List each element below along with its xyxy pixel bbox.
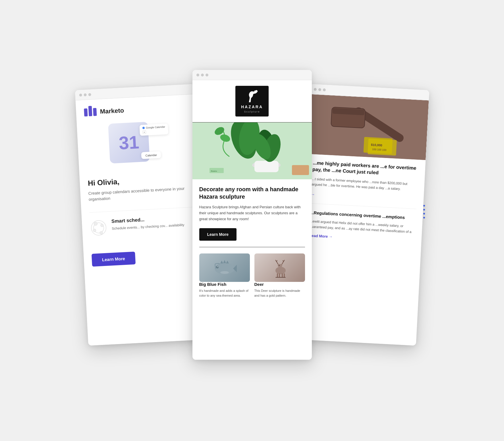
news-hero-image: $10,000 100 100 100 xyxy=(306,94,428,160)
close-dot xyxy=(196,74,199,76)
hazara-body: Decorate any room with a handmade Hazara… xyxy=(192,179,312,304)
dot xyxy=(423,217,425,219)
expand-dot xyxy=(206,74,208,76)
close-dot xyxy=(314,88,317,91)
read-more-label: Read More → xyxy=(309,233,333,239)
gavel-illustration: $10,000 100 100 100 xyxy=(306,94,428,160)
news-email-content: $10,000 100 100 100 ...me highly paid wo… xyxy=(296,94,429,346)
dot xyxy=(423,205,425,207)
window-controls xyxy=(79,93,91,96)
svg-point-5 xyxy=(99,231,103,234)
hazara-window: HAZARA Sculpture xyxy=(192,70,312,360)
svg-rect-39 xyxy=(368,139,397,156)
deer-sculpture-icon xyxy=(267,258,293,278)
svg-point-4 xyxy=(93,229,96,232)
minimize-dot xyxy=(201,74,204,76)
calendar-date: 31 xyxy=(118,132,140,154)
marketo-email-content: Marketo 31 Google Calendar xyxy=(75,94,208,346)
news-article-1-excerpt: ...t sided with a former employee who ..… xyxy=(311,176,417,193)
marketo-greeting: Hi Olivia, xyxy=(88,174,191,188)
fish-sculpture-icon xyxy=(212,258,237,278)
hazara-brand-name: HAZARA xyxy=(241,105,263,109)
window-controls xyxy=(314,88,325,91)
calendar-illustration: 31 Google Calendar + Cale xyxy=(85,120,190,170)
calendar-overlay-bottom: Calendar xyxy=(141,151,161,159)
hazara-hero-image: Botanica xyxy=(192,122,312,179)
hazara-logo-box: HAZARA Sculpture xyxy=(235,86,269,117)
news-body: ...me highly paid workers are ...e for o… xyxy=(302,154,426,249)
dot xyxy=(423,213,425,215)
hazara-browser-content: HAZARA Sculpture xyxy=(192,80,312,360)
product-card-fish: Big Blue Fish It's handmade and adds a s… xyxy=(199,253,250,298)
svg-point-3 xyxy=(100,224,103,227)
marketo-bar-3 xyxy=(93,108,97,116)
svg-rect-17 xyxy=(292,165,309,175)
hazara-titlebar xyxy=(192,70,312,80)
product-card-deer: Deer This Deer sculpture is handmade and… xyxy=(254,253,305,298)
product-name-fish: Big Blue Fish xyxy=(199,282,250,287)
marketo-divider xyxy=(89,207,193,213)
scene: Marketo 31 Google Calendar xyxy=(82,64,423,377)
svg-point-22 xyxy=(217,267,218,267)
hazara-article-description: Hazara Sculpture brings Afghan and Persi… xyxy=(199,204,305,222)
hazara-horse-icon xyxy=(243,89,260,103)
svg-point-31 xyxy=(279,265,279,266)
svg-rect-13 xyxy=(254,161,279,172)
hazara-section-divider xyxy=(199,247,305,247)
svg-text:Botanica: Botanica xyxy=(211,170,217,172)
calendar-overlay-google: Google Calendar + xyxy=(139,124,168,136)
svg-rect-27 xyxy=(282,273,283,277)
news-article-1-arrow-link[interactable]: → xyxy=(311,192,417,202)
hazara-learn-more-button[interactable]: Learn More xyxy=(199,228,237,241)
svg-rect-28 xyxy=(284,273,285,277)
svg-rect-29 xyxy=(279,267,281,271)
marketo-browser-content: Marketo 31 Google Calendar xyxy=(75,94,208,346)
product-image-deer xyxy=(254,253,305,282)
svg-point-23 xyxy=(220,271,229,274)
marketo-bar-2 xyxy=(88,106,92,117)
feature-text: Smart sched... Schedule events... by che… xyxy=(111,215,184,231)
window-controls xyxy=(196,74,208,76)
hazara-article-title: Decorate any room with a handmade Hazara… xyxy=(199,186,305,200)
schedule-icon xyxy=(90,219,107,237)
dot xyxy=(423,209,425,211)
hazara-products-grid: Big Blue Fish It's handmade and adds a s… xyxy=(199,253,305,298)
marketo-icon xyxy=(84,108,97,117)
marketo-subtitle: Create group calendars accessible to eve… xyxy=(88,185,192,203)
news-window: $10,000 100 100 100 ...me highly paid wo… xyxy=(296,84,429,346)
marketo-brand-name: Marketo xyxy=(100,107,124,115)
marketo-window: Marketo 31 Google Calendar xyxy=(75,84,208,346)
svg-text:$10,000: $10,000 xyxy=(371,143,382,147)
news-read-more-link[interactable]: Read More → xyxy=(309,233,414,243)
marketo-bar-1 xyxy=(84,108,88,117)
svg-rect-25 xyxy=(277,273,278,277)
minimize-dot xyxy=(318,88,321,91)
svg-rect-26 xyxy=(279,273,280,277)
marketo-feature: Smart sched... Schedule events... by che… xyxy=(90,214,194,237)
svg-point-6 xyxy=(255,90,257,91)
product-image-fish xyxy=(199,253,250,282)
plants-illustration: Botanica xyxy=(192,122,312,179)
product-desc-deer: This Deer sculpture is handmade and has … xyxy=(254,288,305,298)
svg-rect-32 xyxy=(275,277,286,278)
product-name-deer: Deer xyxy=(254,282,305,287)
hazara-header: HAZARA Sculpture xyxy=(192,80,312,122)
marketo-logo: Marketo xyxy=(84,103,188,117)
news-article-2-excerpt: ...ewitt argued that Helix did not offer… xyxy=(309,219,415,235)
calendar-label: Calendar xyxy=(145,153,157,157)
feature-icon xyxy=(90,219,107,237)
news-article-1-title: ...me highly paid workers are ...e for o… xyxy=(312,160,418,178)
product-desc-fish: It's handmade and adds a splash of color… xyxy=(199,288,250,298)
expand-dot xyxy=(323,88,326,91)
hazara-brand-subtitle: Sculpture xyxy=(244,110,260,113)
svg-point-30 xyxy=(278,264,282,267)
minimize-dot xyxy=(84,93,87,96)
google-calendar-label: Google Calendar xyxy=(146,125,165,129)
expand-dot xyxy=(88,93,91,96)
hazara-email-content: HAZARA Sculpture xyxy=(192,80,312,360)
news-browser-content: $10,000 100 100 100 ...me highly paid wo… xyxy=(296,94,429,346)
marketo-learn-more-button[interactable]: Learn More xyxy=(91,251,135,267)
close-dot xyxy=(79,93,82,97)
news-section-divider xyxy=(310,203,416,209)
